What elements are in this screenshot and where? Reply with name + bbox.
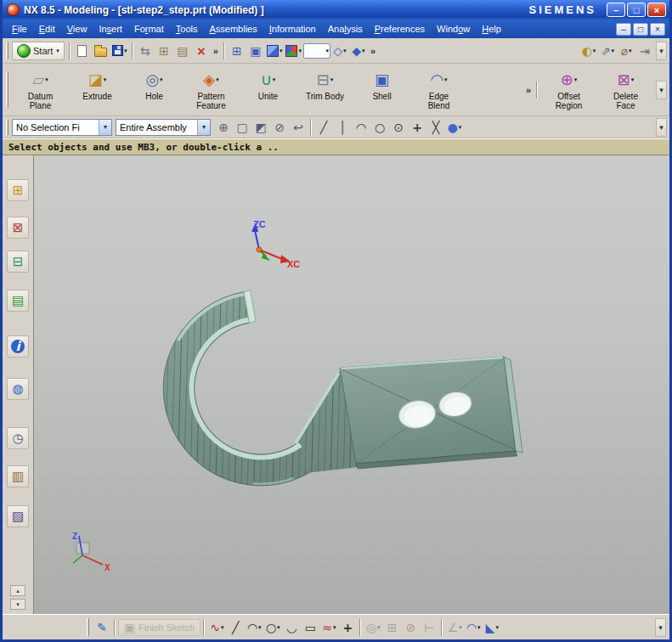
dropdown-arrow-icon[interactable]: ▾: [459, 624, 462, 631]
quick-trim-icon[interactable]: ⊘: [401, 617, 420, 638]
toolbar-overflow-chevron[interactable]: »: [368, 46, 378, 56]
deselect-all-icon[interactable]: ⊘: [270, 117, 289, 138]
rectangle-icon[interactable]: ▭: [301, 617, 319, 638]
toolbar-overflow-chevron[interactable]: »: [523, 85, 534, 95]
graphics-canvas[interactable]: ZC XC Z X: [34, 155, 669, 614]
roles-tab[interactable]: ▨: [7, 505, 29, 527]
measure-icon[interactable]: ⌀▾: [617, 41, 635, 61]
dropdown-arrow-icon[interactable]: ▼: [197, 120, 210, 135]
menu-tools[interactable]: Tools: [170, 21, 204, 37]
quick-extend-icon[interactable]: ⊢: [420, 617, 438, 638]
dropdown-arrow-icon[interactable]: ▾: [377, 624, 381, 631]
wcs-triad[interactable]: ZC XC: [251, 219, 300, 269]
toolbar-more-icon[interactable]: ⇥: [635, 41, 654, 61]
dropdown-arrow-icon[interactable]: ▾: [104, 76, 107, 83]
assembly-navigator-tab[interactable]: ⊞: [7, 179, 29, 201]
dropdown-arrow-icon[interactable]: ▾: [280, 48, 283, 54]
close-button[interactable]: ×: [647, 3, 666, 17]
dropdown-arrow-icon[interactable]: ▾: [45, 76, 48, 83]
copy-icon[interactable]: ⊞: [155, 41, 173, 61]
menu-information[interactable]: Information: [263, 21, 322, 37]
dropdown-arrow-icon[interactable]: ▾: [593, 48, 596, 54]
shell-button[interactable]: ▣Shell: [353, 66, 410, 114]
chamfer-icon[interactable]: ◣▾: [483, 617, 501, 638]
offset-curve-icon[interactable]: ◎▾: [364, 617, 382, 638]
select-general-icon[interactable]: ⊕: [214, 117, 233, 138]
save-icon[interactable]: ▾: [110, 41, 129, 61]
dropdown-arrow-icon[interactable]: ▾: [124, 48, 127, 54]
toolbar-options-icon[interactable]: ▾: [656, 118, 667, 137]
resource-scroll-down-button[interactable]: ▾: [10, 599, 25, 610]
circle-icon[interactable]: ○▾: [263, 617, 282, 638]
menu-help[interactable]: Help: [476, 21, 507, 37]
delete-icon[interactable]: ×: [192, 41, 211, 61]
select-shaded-icon[interactable]: ◩: [251, 117, 270, 138]
extrude-button[interactable]: ◪▾Extrude: [69, 66, 126, 114]
point-icon[interactable]: +: [338, 617, 357, 638]
pattern-curve-icon[interactable]: ⊞: [382, 617, 401, 638]
delete-face-button[interactable]: ⊠▾DeleteFace: [597, 66, 654, 114]
start-button[interactable]: Start ▾: [12, 42, 65, 60]
resource-scroll-up-button[interactable]: ▴: [10, 585, 25, 596]
toolbar-options-icon[interactable]: ▾: [655, 618, 666, 637]
rendering-style-icon[interactable]: ▾: [284, 41, 303, 61]
fillet-curve-icon[interactable]: ◡: [282, 617, 301, 638]
menu-edit[interactable]: Edit: [33, 21, 61, 37]
dropdown-arrow-icon[interactable]: ▾: [333, 624, 336, 631]
dropdown-arrow-icon[interactable]: ▾: [629, 48, 632, 54]
dropdown-arrow-icon[interactable]: ▾: [221, 624, 224, 631]
dropdown-arrow-icon[interactable]: ▾: [631, 76, 635, 83]
pattern-feature-button[interactable]: ◈▾PatternFeature: [183, 66, 240, 114]
selection-scope-dropdown[interactable]: Entire Assembly ▼: [116, 119, 211, 136]
hole-button[interactable]: ◎▾Hole: [126, 66, 183, 114]
toolbar-drag-handle[interactable]: [87, 618, 89, 636]
display-monitor-icon[interactable]: ▣: [246, 41, 265, 61]
dropdown-arrow-icon[interactable]: ▾: [277, 624, 280, 631]
constraint-navigator-tab[interactable]: ⊠: [7, 217, 29, 239]
orient-view-icon[interactable]: ◇▾: [330, 41, 349, 61]
menu-assemblies[interactable]: Assemblies: [203, 21, 263, 37]
toolbar-overflow-chevron[interactable]: »: [211, 46, 221, 56]
dropdown-arrow-icon[interactable]: ▾: [612, 48, 615, 54]
toolbar-options-icon[interactable]: ▾: [656, 42, 667, 60]
dropdown-arrow-icon[interactable]: ▾: [325, 48, 329, 54]
dropdown-arrow-icon[interactable]: ▾: [362, 48, 365, 54]
graphics-window[interactable]: ZC XC Z X: [34, 155, 669, 614]
move-icon[interactable]: ⇆: [136, 41, 155, 61]
menu-analysis[interactable]: Analysis: [322, 21, 369, 37]
edge-blend-button[interactable]: ◠▾EdgeBlend: [410, 66, 467, 114]
new-icon[interactable]: [73, 41, 92, 61]
dropdown-arrow-icon[interactable]: ▾: [298, 48, 302, 54]
menu-file[interactable]: File: [6, 21, 33, 37]
history-tab[interactable]: ◷: [7, 427, 29, 449]
dropdown-arrow-icon[interactable]: ▾: [444, 76, 448, 83]
snap-center-icon[interactable]: ⊙: [389, 117, 408, 138]
menu-insert[interactable]: Insert: [93, 21, 128, 37]
finish-sketch-button[interactable]: ▣Finish Sketch: [118, 619, 200, 636]
dropdown-arrow-icon[interactable]: ▾: [216, 76, 219, 83]
toolbar-drag-handle[interactable]: [6, 42, 8, 59]
edge-blend-small-icon[interactable]: ◠▾: [464, 617, 483, 638]
constraints-icon[interactable]: ∠▾: [445, 617, 464, 638]
menu-format[interactable]: Format: [128, 21, 170, 37]
sketch-in-task-icon[interactable]: ✎: [93, 617, 111, 638]
dropdown-arrow-icon[interactable]: ▾: [273, 76, 276, 83]
dropdown-arrow-icon[interactable]: ▾: [160, 76, 163, 83]
snap-quadrant-icon[interactable]: ○: [370, 117, 389, 138]
toolbar-options-icon[interactable]: ▾: [656, 81, 667, 99]
menu-view[interactable]: View: [61, 21, 93, 37]
snap-sphere-icon[interactable]: ●▾: [445, 117, 464, 138]
reuse-library-tab[interactable]: ▤: [7, 290, 29, 312]
cascade-windows-icon[interactable]: ⊞: [228, 41, 246, 61]
snap-intersection-icon[interactable]: ╳: [426, 117, 445, 138]
mdi-restore-button[interactable]: □: [633, 23, 648, 36]
maximize-button[interactable]: □: [627, 3, 646, 17]
offset-region-button[interactable]: ⊕▾OffsetRegion: [540, 66, 597, 114]
profile-icon[interactable]: ∿▾: [207, 617, 226, 638]
dropdown-arrow-icon[interactable]: ▾: [574, 76, 578, 83]
line-icon[interactable]: ╱: [226, 617, 245, 638]
toolbar-drag-handle[interactable]: [6, 120, 8, 135]
select-rectangle-icon[interactable]: ▢: [233, 117, 251, 138]
snap-point-icon[interactable]: +: [408, 117, 426, 138]
toolbar-drag-handle[interactable]: [6, 71, 8, 109]
